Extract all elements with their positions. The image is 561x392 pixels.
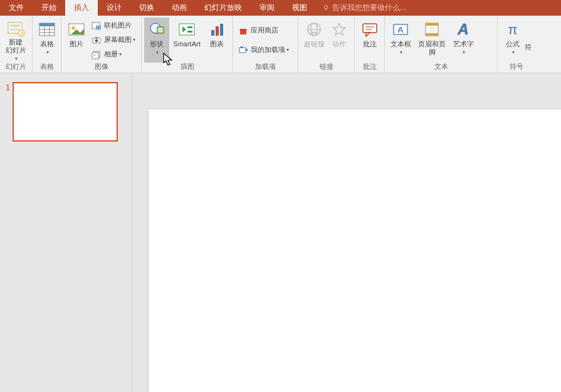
svg-point-0	[324, 5, 327, 8]
group-comments-label: 批注	[355, 63, 384, 73]
album-icon	[92, 49, 102, 59]
comment-label: 批注	[363, 40, 377, 48]
slide-thumbnail-panel: 1	[0, 73, 132, 392]
dropdown-arrow-icon: ▾	[133, 37, 135, 43]
svg-rect-21	[95, 37, 98, 38]
svg-marker-15	[71, 29, 84, 34]
smartart-icon	[177, 21, 196, 38]
wordart-button[interactable]: A 艺术字 ▾	[450, 18, 476, 63]
svg-rect-1	[325, 9, 327, 10]
tell-me-search[interactable]: 告诉我您想要做什么...	[316, 0, 406, 16]
store-label: 应用商店	[251, 26, 278, 35]
tab-design[interactable]: 设计	[98, 0, 130, 16]
svg-rect-47	[426, 23, 438, 36]
comment-button[interactable]: 批注	[357, 18, 382, 63]
svg-rect-34	[239, 48, 246, 53]
tab-insert[interactable]: 插入	[65, 0, 98, 16]
new-slide-icon: ✨	[6, 21, 25, 37]
tab-home[interactable]: 开始	[33, 0, 65, 16]
header-footer-label: 页眉和页脚	[415, 40, 449, 56]
svg-rect-4	[10, 28, 20, 31]
action-button[interactable]: 动作	[327, 18, 351, 63]
textbox-button[interactable]: A 文本框 ▾	[387, 18, 414, 63]
equation-button[interactable]: π 公式 ▾	[500, 18, 525, 63]
equation-icon: π	[504, 21, 522, 38]
slide-thumbnail[interactable]	[13, 82, 118, 142]
slide-thumbnail-row[interactable]: 1	[0, 82, 132, 142]
chart-icon	[209, 21, 225, 38]
svg-point-38	[311, 23, 317, 36]
dropdown-arrow-icon: ▾	[119, 51, 122, 57]
tab-transitions[interactable]: 切换	[130, 0, 163, 16]
svg-point-5	[18, 30, 24, 36]
tab-review[interactable]: 审阅	[251, 0, 283, 16]
table-label: 表格	[40, 40, 54, 48]
svg-point-25	[150, 23, 160, 33]
svg-marker-40	[333, 23, 345, 35]
slide-number: 1	[4, 82, 10, 142]
slide-edit-area[interactable]	[132, 73, 561, 392]
tell-me-text: 告诉我您想要做什么...	[332, 3, 406, 13]
svg-rect-30	[211, 30, 214, 36]
photo-album-button[interactable]: 相册 ▾	[89, 48, 138, 61]
screenshot-button[interactable]: 屏幕截图 ▾	[89, 33, 138, 46]
group-illustrations-label: 插图	[142, 63, 233, 73]
tab-slideshow[interactable]: 幻灯片放映	[196, 0, 251, 16]
smartart-button[interactable]: SmartArt	[169, 18, 204, 63]
group-comments: 批注 批注	[355, 16, 385, 73]
dropdown-arrow-icon: ▾	[156, 48, 159, 56]
hyperlink-label: 超链接	[304, 40, 325, 48]
svg-text:A: A	[457, 21, 468, 38]
svg-rect-3	[10, 24, 20, 27]
header-footer-icon	[424, 21, 440, 38]
group-text-label: 文本	[385, 63, 497, 73]
store-icon	[238, 26, 248, 36]
hyperlink-button[interactable]: 超链接	[301, 18, 327, 63]
workspace: 1	[0, 73, 561, 392]
dropdown-arrow-icon: ▾	[286, 47, 289, 53]
group-images: 图片 联机图片 屏幕截图 ▾ 相册 ▾ 图像	[61, 16, 142, 73]
shapes-icon	[147, 21, 166, 38]
dropdown-arrow-icon: ▾	[512, 48, 515, 56]
slide-canvas[interactable]	[149, 110, 561, 392]
svg-rect-28	[187, 26, 192, 28]
group-links-label: 链接	[298, 63, 354, 73]
group-tables-label: 表格	[33, 63, 61, 73]
tab-file[interactable]: 文件	[0, 0, 33, 16]
shapes-button[interactable]: 形状 ▾	[144, 18, 169, 63]
svg-text:π: π	[508, 22, 517, 38]
picture-icon	[68, 22, 85, 37]
svg-rect-31	[216, 26, 219, 36]
addins-icon	[238, 45, 248, 55]
online-picture-label: 联机图片	[104, 21, 132, 30]
svg-rect-8	[39, 23, 55, 26]
dropdown-arrow-icon: ▾	[463, 48, 465, 56]
svg-rect-48	[426, 23, 438, 26]
symbol-partial: 符	[525, 18, 533, 52]
picture-button[interactable]: 图片	[64, 18, 89, 63]
tab-animations[interactable]: 动画	[163, 0, 196, 16]
svg-rect-45	[394, 24, 407, 34]
wordart-icon: A	[454, 21, 473, 38]
online-picture-button[interactable]: 联机图片	[89, 19, 138, 32]
svg-text:A: A	[397, 25, 404, 34]
svg-rect-35	[241, 46, 243, 48]
action-icon	[331, 21, 347, 38]
new-slide-button[interactable]: ✨ 新建 幻灯片 ▾	[3, 18, 29, 63]
chart-button[interactable]: 图表	[204, 18, 229, 63]
online-picture-icon	[92, 21, 102, 31]
shapes-label: 形状	[150, 40, 164, 48]
store-button[interactable]: 应用商店	[236, 24, 291, 37]
tab-view[interactable]: 视图	[283, 0, 316, 16]
table-icon	[38, 22, 56, 37]
svg-rect-7	[39, 23, 55, 36]
svg-text:✨: ✨	[18, 30, 24, 36]
group-addins-label: 加载项	[233, 63, 298, 73]
header-footer-button[interactable]: 页眉和页脚	[414, 18, 450, 63]
group-symbols-label: 符号	[498, 63, 535, 73]
my-addins-button[interactable]: 我的加载项 ▾	[236, 43, 291, 56]
group-illustrations: 形状 ▾ SmartArt 图表 插图	[142, 16, 233, 73]
table-button[interactable]: 表格 ▾	[35, 18, 58, 63]
album-label: 相册	[104, 49, 118, 59]
svg-rect-33	[240, 31, 246, 34]
